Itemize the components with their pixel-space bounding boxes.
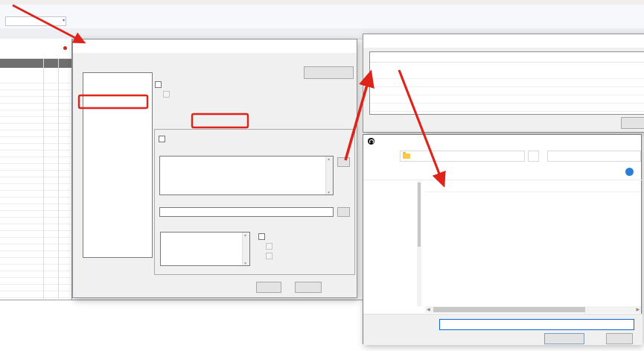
- grid-divider: [43, 59, 44, 299]
- ok-button[interactable]: [256, 282, 281, 293]
- checkbox-icon: [266, 243, 272, 250]
- scroll-down-icon[interactable]: ▼: [327, 190, 331, 195]
- find-combobox[interactable]: ▾: [5, 16, 66, 26]
- app-logo-icon: [368, 138, 374, 145]
- scroll-down-icon[interactable]: ▼: [243, 261, 247, 265]
- checkbox-icon: [266, 253, 272, 259]
- edit-include-dialog: [363, 34, 644, 133]
- build-log-pane[interactable]: [0, 300, 363, 351]
- generate-line-directives-checkbox: [266, 253, 275, 259]
- add-include-dialog: ◀ ▶: [363, 134, 642, 344]
- folder-name-input[interactable]: [439, 319, 634, 330]
- file-list-header: [425, 181, 641, 192]
- preprocessor-output-checkbox[interactable]: [258, 233, 267, 240]
- preprocessor-tab-page: ▲▼ ▲▼: [154, 129, 355, 275]
- include-directory-list: [369, 51, 644, 115]
- factory-settings-button[interactable]: [304, 66, 354, 79]
- additional-include-textarea[interactable]: ▲▼: [159, 156, 334, 195]
- address-bar: [363, 148, 643, 165]
- navigation-sidebar: [363, 181, 417, 307]
- checkbox-icon: [163, 91, 170, 98]
- scroll-left-icon[interactable]: ◀: [427, 307, 430, 312]
- cancel-button[interactable]: [606, 333, 633, 344]
- discard-unused-publics-checkbox: [163, 91, 172, 98]
- workspace-pane: [0, 39, 72, 300]
- file-list: [425, 181, 641, 306]
- add-include-titlebar[interactable]: [363, 135, 641, 148]
- refresh-icon[interactable]: [528, 151, 539, 162]
- scrollbar[interactable]: ▲▼: [325, 156, 333, 195]
- sidebar-scrollbar[interactable]: [417, 181, 421, 306]
- dialog-footer: [363, 314, 643, 345]
- chevron-down-icon: ▾: [63, 18, 65, 23]
- search-box[interactable]: [547, 151, 641, 162]
- workspace-tree-grid[interactable]: [0, 77, 71, 299]
- scrollbar[interactable]: ▲▼: [242, 233, 249, 265]
- explorer-toolbar: [363, 165, 643, 180]
- ok-button[interactable]: [621, 117, 644, 129]
- preserve-comments-checkbox: [266, 243, 275, 250]
- folder-icon: [403, 154, 410, 159]
- scrollbar-thumb[interactable]: [433, 307, 585, 312]
- menu-bar: [0, 4, 644, 14]
- edit-include-titlebar[interactable]: [363, 34, 644, 48]
- include-directory-column-header: [370, 52, 644, 63]
- workspace-config-header[interactable]: [0, 59, 71, 68]
- breadcrumb[interactable]: [400, 151, 525, 162]
- empty-rows: [370, 71, 644, 115]
- options-dialog-titlebar[interactable]: [73, 39, 357, 53]
- cancel-button[interactable]: [295, 282, 322, 293]
- preinclude-input[interactable]: [159, 207, 334, 217]
- multi-file-compilation-checkbox[interactable]: [155, 81, 164, 88]
- help-icon[interactable]: [625, 168, 634, 176]
- scroll-up-icon[interactable]: ▲: [327, 156, 331, 161]
- click-to-add-row[interactable]: [370, 63, 644, 71]
- breakpoint-dot-icon: [63, 46, 67, 50]
- main-toolbar: ▾: [0, 14, 644, 29]
- screenshot-root: ▾: [0, 0, 644, 351]
- options-dialog: ▲▼ ▲▼: [72, 39, 357, 298]
- workspace-toolbar: [0, 39, 71, 59]
- checkbox-icon: [159, 136, 165, 142]
- category-list: [83, 72, 153, 258]
- checkbox-icon: [258, 233, 265, 240]
- select-folder-button[interactable]: [544, 333, 584, 344]
- browse-include-dirs-button[interactable]: [337, 157, 350, 167]
- horizontal-scrollbar[interactable]: ◀ ▶: [425, 306, 641, 313]
- checkbox-icon: [155, 81, 162, 88]
- scrollbar-thumb[interactable]: [418, 183, 421, 247]
- scroll-right-icon[interactable]: ▶: [636, 307, 640, 312]
- scroll-up-icon[interactable]: ▲: [243, 233, 247, 237]
- ignore-standard-include-checkbox[interactable]: [159, 136, 168, 142]
- browse-preinclude-button[interactable]: [337, 207, 350, 217]
- grid-divider: [58, 59, 59, 299]
- defined-symbols-textarea[interactable]: ▲▼: [160, 232, 250, 266]
